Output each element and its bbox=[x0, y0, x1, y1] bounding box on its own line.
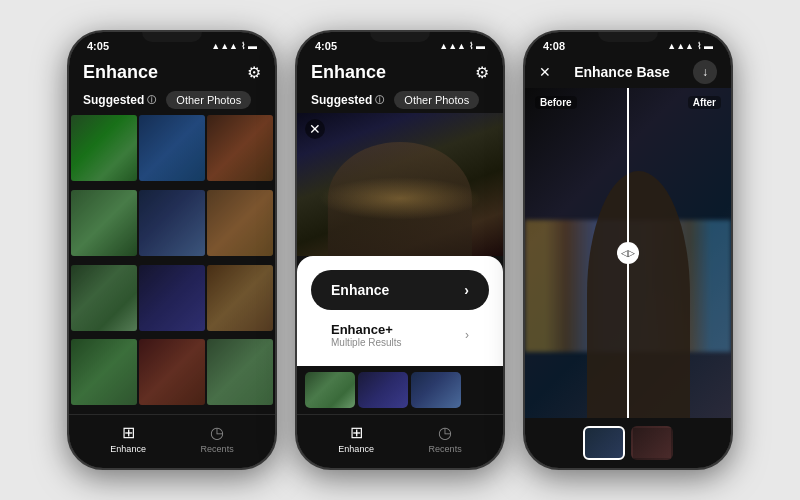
phone-3: 4:08 ▲▲▲ ⌇ ▬ ✕ Enhance Base ↓ bbox=[523, 30, 733, 470]
compare-container-3: Before After ◁▷ bbox=[525, 88, 731, 418]
photo-cell-11[interactable] bbox=[139, 339, 205, 405]
after-label-3: After bbox=[688, 96, 721, 109]
wifi-icon: ⌇ bbox=[241, 41, 245, 51]
photo-cell-1[interactable] bbox=[71, 115, 137, 181]
app-header-2: Enhance ⚙ bbox=[297, 56, 503, 87]
nav-recents-1[interactable]: ◷ Recents bbox=[201, 423, 234, 454]
app-title-2: Enhance bbox=[311, 62, 386, 83]
chevron-right-icon-enhance: › bbox=[464, 282, 469, 298]
enhance-main-button-2[interactable]: Enhance › bbox=[311, 270, 489, 310]
photo-preview-2[interactable]: ✕ bbox=[297, 113, 503, 256]
tabs-row-2: Suggested ⓘ Other Photos bbox=[297, 87, 503, 113]
app-title-3: Enhance Base bbox=[551, 64, 693, 80]
photo-grid-1 bbox=[69, 113, 275, 414]
phone-2-screen: 4:05 ▲▲▲ ⌇ ▬ Enhance ⚙ Suggested ⓘ Other… bbox=[297, 32, 503, 468]
nav-recents-2[interactable]: ◷ Recents bbox=[429, 423, 462, 454]
bottom-nav-2: ⊞ Enhance ◷ Recents bbox=[297, 414, 503, 468]
chevron-right-icon-plus: › bbox=[465, 328, 469, 342]
status-icons-2: ▲▲▲ ⌇ ▬ bbox=[439, 41, 485, 51]
nav-enhance-2[interactable]: ⊞ Enhance bbox=[338, 423, 374, 454]
photo-cell-6[interactable] bbox=[207, 190, 273, 256]
compare-handle-3[interactable]: ◁▷ bbox=[617, 242, 639, 264]
thumb-1-phone3[interactable] bbox=[583, 426, 625, 460]
download-button-3[interactable]: ↓ bbox=[693, 60, 717, 84]
close-icon-3[interactable]: ✕ bbox=[539, 64, 551, 80]
thumb-2-phone2[interactable] bbox=[358, 372, 408, 408]
time-1: 4:05 bbox=[87, 40, 109, 52]
close-button-2[interactable]: ✕ bbox=[305, 119, 325, 139]
nav-enhance-1[interactable]: ⊞ Enhance bbox=[110, 423, 146, 454]
wifi-icon-2: ⌇ bbox=[469, 41, 473, 51]
compare-person-3 bbox=[587, 171, 690, 419]
notch-1 bbox=[142, 32, 202, 42]
enhance-plus-labels: Enhance+ Multiple Results bbox=[331, 322, 402, 348]
phone-1: 4:05 ▲▲▲ ⌇ ▬ Enhance ⚙ Suggested ⓘ Other… bbox=[67, 30, 277, 470]
notch-3 bbox=[598, 32, 658, 42]
photo-cell-12[interactable] bbox=[207, 339, 273, 405]
thumb-1-phone2[interactable] bbox=[305, 372, 355, 408]
download-icon-3: ↓ bbox=[702, 65, 708, 79]
thumbnails-row-3 bbox=[525, 418, 731, 468]
battery-icon-2: ▬ bbox=[476, 41, 485, 51]
phone-3-screen: 4:08 ▲▲▲ ⌇ ▬ ✕ Enhance Base ↓ bbox=[525, 32, 731, 468]
signal-icon: ▲▲▲ bbox=[211, 41, 238, 51]
status-icons-3: ▲▲▲ ⌇ ▬ bbox=[667, 41, 713, 51]
app-header-1: Enhance ⚙ bbox=[69, 56, 275, 87]
enhance-nav-icon-2: ⊞ bbox=[350, 423, 363, 442]
battery-icon-3: ▬ bbox=[704, 41, 713, 51]
gear-icon-1[interactable]: ⚙ bbox=[247, 63, 261, 82]
tab-other-2[interactable]: Other Photos bbox=[394, 91, 479, 109]
bottom-nav-1: ⊞ Enhance ◷ Recents bbox=[69, 414, 275, 468]
battery-icon: ▬ bbox=[248, 41, 257, 51]
thumb-2-phone3[interactable] bbox=[631, 426, 673, 460]
notch-2 bbox=[370, 32, 430, 42]
thumbnails-row-2 bbox=[297, 366, 503, 414]
time-2: 4:05 bbox=[315, 40, 337, 52]
photo-cell-9[interactable] bbox=[207, 265, 273, 331]
photo-cell-7[interactable] bbox=[71, 265, 137, 331]
before-label-3: Before bbox=[535, 96, 577, 109]
photo-cell-10[interactable] bbox=[71, 339, 137, 405]
tab-suggested-1[interactable]: Suggested ⓘ bbox=[83, 93, 156, 107]
thumb-3-phone2[interactable] bbox=[411, 372, 461, 408]
photo-cell-5[interactable] bbox=[139, 190, 205, 256]
recents-nav-icon-1: ◷ bbox=[210, 423, 224, 442]
status-icons-1: ▲▲▲ ⌇ ▬ bbox=[211, 41, 257, 51]
phone-2: 4:05 ▲▲▲ ⌇ ▬ Enhance ⚙ Suggested ⓘ Other… bbox=[295, 30, 505, 470]
tab-suggested-2[interactable]: Suggested ⓘ bbox=[311, 93, 384, 107]
enhance-nav-icon-1: ⊞ bbox=[122, 423, 135, 442]
tab-other-1[interactable]: Other Photos bbox=[166, 91, 251, 109]
photo-cell-4[interactable] bbox=[71, 190, 137, 256]
gear-icon-2[interactable]: ⚙ bbox=[475, 63, 489, 82]
signal-icon-3: ▲▲▲ bbox=[667, 41, 694, 51]
app-title-1: Enhance bbox=[83, 62, 158, 83]
phone-1-screen: 4:05 ▲▲▲ ⌇ ▬ Enhance ⚙ Suggested ⓘ Other… bbox=[69, 32, 275, 468]
phones-container: 4:05 ▲▲▲ ⌇ ▬ Enhance ⚙ Suggested ⓘ Other… bbox=[47, 10, 753, 490]
photo-cell-2[interactable] bbox=[139, 115, 205, 181]
tabs-row-1: Suggested ⓘ Other Photos bbox=[69, 87, 275, 113]
photo-cell-3[interactable] bbox=[207, 115, 273, 181]
photo-cell-8[interactable] bbox=[139, 265, 205, 331]
signal-icon-2: ▲▲▲ bbox=[439, 41, 466, 51]
app-header-3: ✕ Enhance Base ↓ bbox=[525, 56, 731, 88]
wifi-icon-3: ⌇ bbox=[697, 41, 701, 51]
time-3: 4:08 bbox=[543, 40, 565, 52]
recents-nav-icon-2: ◷ bbox=[438, 423, 452, 442]
info-icon: ⓘ bbox=[147, 94, 156, 107]
enhance-plus-button-2[interactable]: Enhance+ Multiple Results › bbox=[311, 314, 489, 356]
preview-image-2 bbox=[297, 113, 503, 256]
info-icon-2: ⓘ bbox=[375, 94, 384, 107]
enhance-menu-2: Enhance › Enhance+ Multiple Results › bbox=[297, 256, 503, 366]
